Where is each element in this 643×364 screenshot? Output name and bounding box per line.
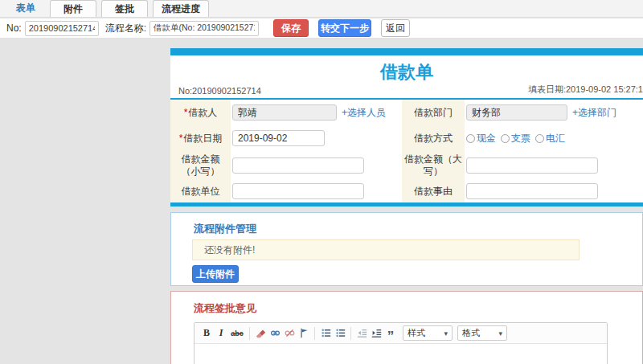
upload-attachment-button[interactable]: 上传附件 (192, 265, 239, 283)
anchor-flag-icon[interactable] (297, 325, 311, 342)
form-bottom-accent-bar (170, 202, 643, 207)
next-step-button[interactable]: 转交下一步 (318, 19, 371, 37)
borrower-input[interactable] (232, 104, 337, 121)
unit-input[interactable] (232, 183, 364, 199)
radio-circle-icon (535, 134, 544, 143)
form-header: 借款单 No:20190902152714 填表日期:2019-09-02 15… (170, 55, 643, 98)
radio-circle-icon (466, 134, 475, 143)
radio-circle-icon (501, 134, 510, 143)
radio-wire[interactable]: 电汇 (535, 132, 565, 145)
attachments-heading: 流程附件管理 (194, 222, 256, 236)
tab-form[interactable]: 表单 (8, 0, 43, 17)
save-button[interactable]: 保存 (273, 19, 309, 37)
chevron-down-icon: ▾ (444, 329, 448, 337)
bold-icon[interactable]: B (199, 325, 214, 342)
approval-heading: 流程签批意见 (194, 301, 256, 316)
tab-bar: 表单 附件 签批 流程进度 (0, 0, 643, 18)
borrow-date-input[interactable] (232, 130, 325, 146)
back-button[interactable]: 返回 (381, 19, 410, 37)
toolbar-separator (249, 327, 250, 340)
loan-form-panel: 借款单 No:20190902152714 填表日期:2019-09-02 15… (170, 48, 643, 207)
form-fields-table: *借款人 +选择人员 借款部门 +选择部门 *借款日期 借款方式 (170, 100, 643, 202)
italic-icon[interactable]: I (214, 325, 228, 342)
form-no-text: No:20190902152714 (178, 86, 261, 96)
rich-text-editor[interactable]: B I abc (194, 322, 608, 364)
radio-cash[interactable]: 现金 (466, 132, 496, 145)
approval-panel: 流程签批意见 B I abc (170, 291, 643, 364)
required-mark: * (179, 133, 183, 144)
flow-name-input[interactable] (149, 21, 259, 36)
action-bar: No: 流程名称: 保存 转交下一步 返回 (0, 18, 643, 39)
required-mark: * (184, 107, 188, 118)
tab-progress[interactable]: 流程进度 (153, 0, 209, 17)
decrease-indent-icon[interactable] (354, 325, 369, 342)
attachments-panel: 流程附件管理 还没有附件! 上传附件 (170, 212, 643, 286)
department-label: 借款部门 (402, 100, 465, 125)
amount-small-input[interactable] (232, 157, 364, 174)
bullet-list-icon[interactable] (333, 325, 347, 342)
no-attachments-alert: 还没有附件! (192, 239, 580, 260)
no-input[interactable] (25, 21, 99, 36)
amount-small-label: 借款金额（小写） (170, 151, 231, 180)
tab-approval[interactable]: 签批 (101, 0, 148, 17)
radio-cheque[interactable]: 支票 (501, 132, 530, 145)
flow-name-label: 流程名称: (105, 22, 146, 35)
method-radio-group: 现金 支票 电汇 (465, 125, 643, 151)
tab-attachments[interactable]: 附件 (50, 0, 96, 17)
no-label: No: (6, 22, 22, 34)
remove-format-icon[interactable] (253, 325, 268, 342)
chevron-down-icon: ▾ (498, 329, 502, 337)
unit-label: 借款单位 (170, 180, 231, 202)
block-quote-icon[interactable]: ” (383, 325, 398, 342)
borrow-date-label: *借款日期 (170, 125, 231, 151)
link-icon[interactable] (268, 325, 282, 342)
form-fill-date-text: 填表日期:2019-09-02 15:27:1 (528, 84, 643, 96)
format-dropdown[interactable]: 格式 ▾ (457, 325, 507, 341)
strikethrough-icon[interactable]: abc (228, 325, 246, 342)
increase-indent-icon[interactable] (369, 325, 383, 342)
page: 表单 附件 签批 流程进度 No: 流程名称: 保存 转交下一步 返回 借款单 … (0, 0, 643, 364)
department-input[interactable] (466, 104, 567, 121)
numbered-list-icon[interactable] (318, 325, 333, 342)
style-dropdown[interactable]: 样式 ▾ (403, 325, 453, 341)
amount-big-label: 借款金额（大写） (402, 151, 465, 180)
form-title: 借款单 (170, 55, 643, 84)
reason-label: 借款事由 (402, 180, 465, 202)
reason-input[interactable] (466, 183, 598, 199)
toolbar-separator (350, 327, 351, 340)
form-top-accent-bar (170, 48, 643, 55)
borrower-label: *借款人 (170, 100, 231, 125)
select-department-link[interactable]: +选择部门 (572, 106, 616, 120)
select-person-link[interactable]: +选择人员 (342, 106, 386, 120)
editor-content-area[interactable] (195, 344, 607, 364)
toolbar-separator (314, 327, 315, 340)
amount-big-input[interactable] (466, 157, 598, 174)
method-label: 借款方式 (402, 125, 465, 151)
unlink-icon[interactable] (282, 325, 297, 342)
editor-toolbar: B I abc (195, 323, 607, 344)
